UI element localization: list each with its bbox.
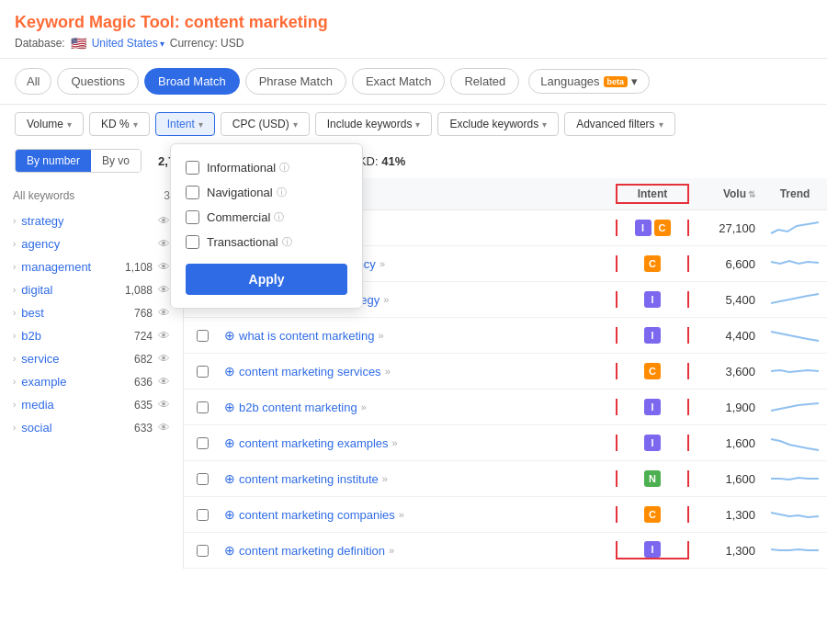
commercial-label: Commercial ⓘ [207, 210, 284, 224]
languages-button[interactable]: Languages beta ▾ [528, 69, 650, 94]
sidebar-item-strategy[interactable]: › strategy 👁 [0, 209, 183, 232]
chevrons-8: » [399, 509, 404, 520]
plus-icon-9: ⊕ [224, 543, 235, 558]
tab-related[interactable]: Related [450, 68, 519, 95]
tab-phrase-match[interactable]: Phrase Match [245, 68, 346, 95]
filter-row: Volume ▾ KD % ▾ Intent ▾ CPC (USD) ▾ Inc… [0, 105, 827, 143]
row0-trend [763, 217, 827, 239]
row7-keyword: ⊕ content marketing institute » [221, 471, 616, 486]
th-trend: Trend [763, 187, 827, 200]
row9-select[interactable] [197, 545, 209, 557]
row4-select[interactable] [197, 366, 209, 378]
sidebar-item-best[interactable]: › best 768 👁 [0, 301, 183, 324]
intent-label: Intent [167, 118, 195, 130]
row1-intent: C [616, 255, 689, 272]
row3-select[interactable] [197, 330, 209, 342]
db-name: United States [92, 37, 158, 50]
row6-trend [763, 432, 827, 454]
database-link[interactable]: United States ▾ [92, 37, 164, 50]
row7-volume: 1,600 [689, 472, 763, 486]
cpc-filter[interactable]: CPC (USD) ▾ [221, 112, 310, 136]
table-row: ⊕ b2b content marketing » I 1,900 [184, 390, 827, 425]
keyword-link-5[interactable]: b2b content marketing [239, 401, 357, 414]
intent-badge-i-5: I [644, 399, 661, 415]
apply-button[interactable]: Apply [186, 264, 347, 295]
advanced-chevron-icon: ▾ [659, 119, 663, 130]
keyword-link-3[interactable]: what is content marketing [239, 329, 374, 343]
sidebar-header-label: All keywords [13, 189, 74, 202]
expand-icon-management: › [13, 262, 16, 272]
keyword-link-4[interactable]: content marketing services [239, 365, 381, 378]
row7-trend [763, 468, 827, 490]
sort-icon-volume: ⇅ [748, 189, 755, 199]
exclude-label: Exclude keywords [449, 118, 538, 130]
keyword-link-6[interactable]: content marketing examples [239, 436, 389, 450]
sidebar-item-service[interactable]: › service 682 👁 [0, 347, 183, 370]
sidebar-item-social[interactable]: › social 633 👁 [0, 416, 183, 439]
sidebar-item-media[interactable]: › media 635 👁 [0, 393, 183, 416]
row5-select[interactable] [197, 401, 209, 413]
row2-intent: I [616, 291, 689, 308]
include-filter[interactable]: Include keywords ▾ [315, 112, 433, 136]
commercial-option: Commercial ⓘ [186, 205, 347, 230]
navigational-checkbox[interactable] [186, 186, 199, 199]
expand-icon-b2b: › [13, 331, 16, 341]
th-volume: Volu ⇅ [689, 187, 763, 200]
title-static: Keyword Magic Tool: [15, 13, 180, 31]
table-row: ⊕ content marketing companies » C 1,300 [184, 497, 827, 533]
row6-select[interactable] [197, 437, 209, 449]
plus-icon-7: ⊕ [224, 471, 235, 486]
row5-keyword: ⊕ b2b content marketing » [221, 400, 616, 414]
chevrons-9: » [389, 545, 394, 556]
row7-select[interactable] [197, 473, 209, 485]
row4-intent: C [616, 363, 689, 379]
row5-trend [763, 396, 827, 418]
sidebar-item-example[interactable]: › example 636 👁 [0, 370, 183, 393]
plus-icon-5: ⊕ [224, 400, 235, 414]
row6-checkbox [184, 437, 221, 449]
keyword-link-8[interactable]: content marketing companies [239, 508, 395, 522]
sidebar-item-digital[interactable]: › digital 1,088 👁 [0, 278, 183, 301]
intent-badge-n-7: N [644, 470, 661, 487]
row8-keyword: ⊕ content marketing companies » [221, 507, 616, 522]
sidebar-item-agency[interactable]: › agency 👁 [0, 232, 183, 255]
eye-icon-social: 👁 [158, 421, 170, 435]
sidebar-item-management[interactable]: › management 1,108 👁 [0, 255, 183, 278]
transactional-checkbox[interactable] [186, 235, 199, 249]
sidebar-item-b2b[interactable]: › b2b 724 👁 [0, 324, 183, 347]
eye-icon-management: 👁 [158, 260, 170, 274]
tab-exact-match[interactable]: Exact Match [352, 68, 446, 95]
chevrons-3: » [378, 330, 383, 341]
advanced-filter[interactable]: Advanced filters ▾ [564, 112, 674, 136]
cpc-chevron-icon: ▾ [293, 119, 298, 130]
header: Keyword Magic Tool: content marketing Da… [0, 0, 827, 59]
keyword-link-9[interactable]: content marketing definition [239, 544, 385, 558]
informational-checkbox[interactable] [186, 161, 199, 175]
chevrons-1: » [380, 258, 385, 269]
exclude-filter[interactable]: Exclude keywords ▾ [437, 112, 559, 136]
commercial-checkbox[interactable] [186, 210, 199, 224]
navigational-info-icon: ⓘ [277, 186, 287, 199]
volume-filter[interactable]: Volume ▾ [15, 112, 84, 136]
th-intent: Intent [616, 184, 689, 204]
eye-icon-media: 👁 [158, 398, 170, 412]
kd-filter[interactable]: KD % ▾ [89, 112, 150, 136]
tab-broad-match[interactable]: Broad Match [144, 68, 240, 95]
view-by-value-button[interactable]: By vo [91, 150, 141, 172]
row8-trend [763, 503, 827, 525]
transactional-info-icon: ⓘ [282, 235, 292, 249]
intent-badge-i-3: I [644, 327, 661, 344]
tab-questions[interactable]: Questions [57, 68, 139, 95]
intent-filter[interactable]: Intent ▾ [155, 112, 215, 136]
db-label: Database: [15, 37, 65, 50]
eye-icon-service: 👁 [158, 352, 170, 366]
navigational-label: Navigational ⓘ [207, 186, 287, 199]
row6-volume: 1,600 [689, 436, 763, 450]
view-by-number-button[interactable]: By number [16, 150, 91, 172]
tab-all[interactable]: All [15, 68, 51, 95]
table-row: ⊕ content marketing examples » I 1,600 [184, 425, 827, 461]
keyword-link-7[interactable]: content marketing institute [239, 472, 379, 486]
row8-select[interactable] [197, 509, 209, 521]
row8-checkbox [184, 509, 221, 521]
row4-trend [763, 360, 827, 382]
